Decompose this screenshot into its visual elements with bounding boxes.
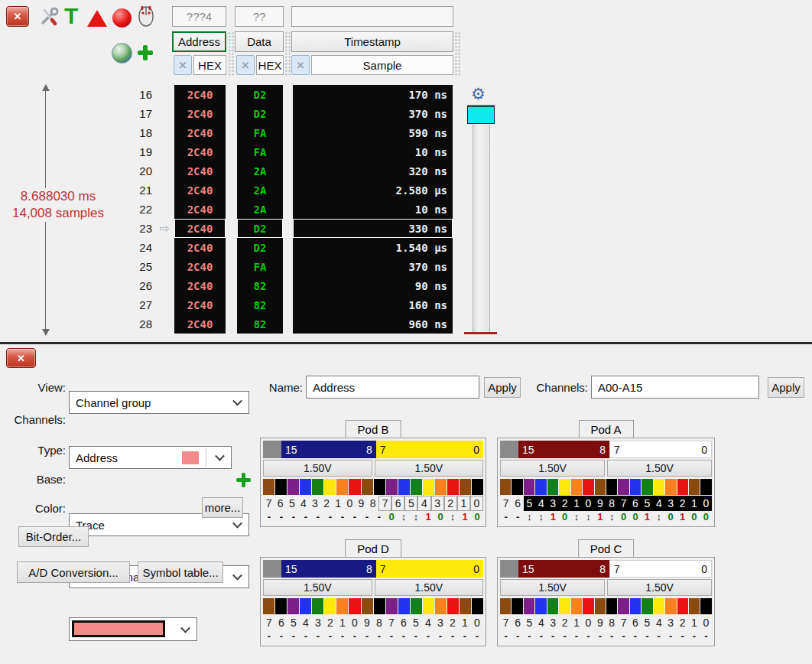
channel-number[interactable]: 6 (512, 496, 523, 511)
trace-row[interactable]: 212C402A2.580 µs (119, 181, 453, 200)
channel-number[interactable]: 5 (524, 615, 535, 630)
channel-number[interactable]: 7 (263, 496, 274, 511)
address-format-button[interactable]: HEX (193, 55, 226, 75)
channels-input[interactable]: A00-A15 (591, 376, 759, 399)
remove-timestamp-column-icon[interactable]: ✕ (291, 55, 310, 75)
trace-row[interactable]: 262C408290 ns (119, 276, 453, 295)
channel-number[interactable]: 8 (606, 615, 618, 630)
channel-number[interactable]: 2 (447, 615, 459, 630)
trace-row[interactable]: 252C40FA370 ns (119, 257, 453, 276)
channel-number[interactable]: 2 (321, 496, 333, 511)
trace-row[interactable]: 282C4082960 ns (119, 314, 453, 334)
trace-row[interactable]: 172C40D2370 ns (119, 104, 453, 123)
channel-number[interactable]: 4 (535, 496, 547, 511)
close-trace-view-button[interactable]: ✕ (6, 6, 29, 27)
ad-conversion-button[interactable]: A/D Conversion... (17, 561, 130, 583)
threshold-button[interactable]: 1.50V (500, 460, 605, 477)
address-column-header[interactable]: Address (172, 31, 226, 52)
channel-number[interactable]: 0 (471, 615, 483, 630)
channel-number[interactable]: 6 (274, 496, 286, 511)
trace-row[interactable]: 192C40FA10 ns (119, 142, 453, 161)
channel-number[interactable]: 7 (500, 496, 512, 511)
trace-row[interactable]: 202C402A320 ns (119, 161, 453, 181)
channel-number[interactable]: 8 (606, 496, 618, 511)
channel-number[interactable]: 1 (570, 615, 582, 630)
timestamp-column-header[interactable]: Timestamp (291, 31, 453, 52)
channel-number[interactable]: 5 (524, 496, 535, 511)
channel-number[interactable]: 0 (349, 615, 361, 630)
channel-number[interactable]: 7 (385, 615, 398, 630)
channel-number[interactable]: 7 (618, 496, 629, 511)
pod-tab[interactable]: Pod B (346, 420, 401, 438)
channel-number[interactable]: 4 (300, 615, 312, 630)
trace-row[interactable]: 23⇨2C40D2330 ns (119, 219, 453, 238)
channel-number[interactable]: 7 (263, 615, 275, 630)
channel-number[interactable]: 8 (373, 615, 385, 630)
threshold-button[interactable]: 1.50V (375, 460, 484, 477)
channel-number[interactable]: 9 (594, 615, 606, 630)
name-apply-button[interactable]: Apply (484, 377, 521, 398)
channel-number[interactable]: 1 (336, 615, 349, 630)
channel-number[interactable]: 6 (275, 615, 287, 630)
threshold-button[interactable]: 1.50V (263, 579, 372, 596)
close-settings-panel-button[interactable]: ✕ (6, 348, 36, 368)
tools-icon[interactable] (39, 6, 60, 27)
timestamp-format-button[interactable]: Sample (311, 55, 453, 75)
trace-row[interactable]: 222C402A10 ns (119, 200, 453, 219)
pod-tab[interactable]: Pod A (578, 420, 633, 438)
channel-number[interactable]: 5 (410, 615, 422, 630)
remove-data-column-icon[interactable]: ✕ (236, 55, 255, 75)
channel-number[interactable]: 3 (309, 496, 320, 511)
gear-icon[interactable]: ⚙ (471, 86, 486, 102)
trace-row[interactable]: 182C40FA590 ns (119, 123, 453, 142)
channel-number[interactable]: 6 (398, 615, 410, 630)
channel-number[interactable]: 1 (459, 615, 471, 630)
channel-number[interactable]: 6 (391, 496, 404, 511)
channel-number[interactable]: 5 (641, 496, 653, 511)
address-filter-field[interactable]: ???4 (172, 6, 226, 27)
channel-number[interactable]: 7 (378, 496, 391, 511)
channel-number[interactable]: 0 (344, 496, 356, 511)
channel-number[interactable]: 3 (431, 496, 444, 511)
remove-address-column-icon[interactable]: ✕ (174, 55, 192, 75)
channel-number[interactable]: 2 (559, 496, 570, 511)
threshold-button[interactable]: 1.50V (263, 460, 372, 477)
trace-row[interactable]: 272C4082160 ns (119, 295, 453, 314)
data-format-button[interactable]: HEX (256, 55, 284, 75)
trace-row[interactable]: 162C40D2170 ns (119, 85, 453, 104)
data-column-header[interactable]: Data (235, 31, 284, 52)
symbol-table-button[interactable]: Symbol table... (138, 561, 223, 583)
name-input[interactable]: Address (306, 376, 479, 399)
channel-number[interactable]: 7 (618, 615, 629, 630)
data-filter-field[interactable]: ?? (235, 6, 284, 27)
channel-number[interactable]: 2 (677, 496, 688, 511)
channel-number[interactable]: 8 (367, 496, 378, 511)
pod-tab[interactable]: Pod D (345, 539, 401, 558)
channel-number[interactable]: 2 (324, 615, 336, 630)
bit-order-button[interactable]: Bit-Order... (18, 526, 89, 547)
channel-number[interactable]: 4 (653, 615, 664, 630)
channel-number[interactable]: 4 (653, 496, 664, 511)
channel-number[interactable]: 4 (297, 496, 309, 511)
threshold-button[interactable]: 1.50V (500, 579, 605, 596)
add-column-icon[interactable] (138, 45, 153, 60)
channel-number[interactable]: 2 (677, 615, 688, 630)
channel-number[interactable]: 5 (404, 496, 417, 511)
channel-number[interactable]: 9 (594, 496, 606, 511)
trigger-t-icon[interactable]: T (64, 3, 78, 29)
pod-tab[interactable]: Pod C (578, 539, 635, 558)
channel-number[interactable]: 3 (664, 496, 676, 511)
channel-number[interactable]: 0 (700, 496, 712, 511)
timestamp-filter-field[interactable] (291, 6, 453, 27)
globe-icon[interactable] (112, 43, 132, 63)
channel-number[interactable]: 2 (444, 496, 457, 511)
scrollbar-track[interactable] (473, 107, 490, 333)
channel-number[interactable]: 1 (333, 496, 344, 511)
channel-number[interactable]: 4 (417, 496, 430, 511)
channel-number[interactable]: 0 (470, 496, 483, 511)
channel-number[interactable]: 3 (547, 615, 559, 630)
warning-triangle-icon[interactable] (87, 10, 107, 27)
add-group-icon[interactable] (236, 473, 251, 487)
channel-number[interactable]: 3 (664, 615, 676, 630)
channel-number[interactable]: 3 (547, 496, 559, 511)
